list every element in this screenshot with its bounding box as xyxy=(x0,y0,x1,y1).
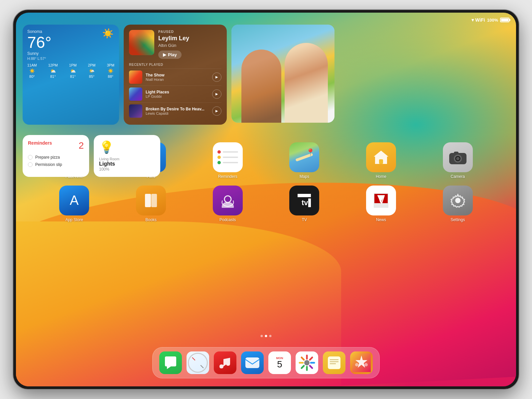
recent-track-1[interactable]: The Show Niall Horan ▶ xyxy=(129,68,221,85)
music-artist: Altın Gün xyxy=(158,43,221,48)
lightbulb-icon: 💡 xyxy=(99,140,155,154)
app-home[interactable]: Home xyxy=(366,142,396,179)
track-info-2: Light Places LP Giobbi xyxy=(146,90,209,98)
weather-condition: Sunny xyxy=(27,51,114,56)
music-widget[interactable]: ♪ PAUSED Leylim Ley Altın Gün ▶ Play xyxy=(124,25,227,125)
camera-label: Camera xyxy=(451,174,465,179)
appstore-label: App Store xyxy=(66,217,83,222)
weather-widget[interactable]: ☀️ Sonoma 76° Sunny H:88° L:57° 11AM ☀️ … xyxy=(23,25,119,125)
books-icon xyxy=(136,186,166,215)
app-books[interactable]: Books xyxy=(136,186,166,222)
music-info: PAUSED Leylim Ley Altın Gün ▶ Play xyxy=(158,30,221,59)
app-maps[interactable]: 📍 Maps xyxy=(289,142,319,179)
app-settings[interactable]: Settings xyxy=(443,186,473,222)
svg-rect-8 xyxy=(454,152,459,154)
recent-track-3[interactable]: Broken By Desire To Be Heav... Lewis Cap… xyxy=(129,102,221,119)
maps-label: Maps xyxy=(300,174,309,179)
svg-point-7 xyxy=(456,157,460,160)
page-dot-1[interactable] xyxy=(261,335,263,337)
page-dot-2[interactable] xyxy=(265,335,267,337)
svg-rect-27 xyxy=(328,356,340,369)
track-name-1: The Show xyxy=(146,73,209,77)
svg-line-23 xyxy=(302,357,304,360)
app-camera[interactable]: Camera xyxy=(443,142,473,179)
weather-location: Sonoma xyxy=(27,29,114,34)
track-info-1: The Show Niall Horan xyxy=(146,73,209,81)
news-icon xyxy=(366,186,396,215)
photos-widget[interactable] xyxy=(231,25,334,123)
device-frame: ▾ WiFi 100% ☀️ Sonoma 76° Sunny H:88° L:… xyxy=(13,10,519,389)
weather-hi-lo: H:88° L:57° xyxy=(27,57,114,61)
track-artist-2: LP Giobbi xyxy=(146,94,209,98)
camera-icon xyxy=(443,142,473,172)
dock-app-photos[interactable] xyxy=(296,351,318,374)
photo-person-1 xyxy=(241,50,281,123)
dock-app-mail[interactable] xyxy=(241,351,264,374)
svg-point-34 xyxy=(355,363,358,366)
dock-app-notes[interactable] xyxy=(323,351,345,374)
app-podcasts[interactable]: Podcasts xyxy=(213,186,243,222)
wifi-icon: ▾ WiFi xyxy=(471,17,485,23)
status-bar: ▾ WiFi 100% xyxy=(16,13,516,25)
play-button[interactable]: ▶ Play xyxy=(158,51,182,59)
calendar-date: 5 xyxy=(277,360,282,369)
tv-icon: tv xyxy=(289,186,319,215)
forecast-cloud-icon: ⛅ xyxy=(70,68,76,73)
track-info-3: Broken By Desire To Be Heav... Lewis Cap… xyxy=(146,107,209,115)
settings-label: Settings xyxy=(451,217,465,222)
widgets-row2: Reminders 2 Prepare pizza Permission sli… xyxy=(23,135,160,177)
track-name-2: Light Places xyxy=(146,90,209,94)
dock-app-calendar[interactable]: MON 5 xyxy=(268,351,291,374)
dock-app-messages[interactable] xyxy=(159,351,182,374)
forecast-item: 3PM ☀️ 88° xyxy=(107,63,114,78)
app-news[interactable]: News xyxy=(366,186,396,222)
maps-icon: 📍 xyxy=(289,142,319,172)
track-thumbnail-2 xyxy=(129,87,142,101)
svg-rect-11 xyxy=(151,194,157,207)
track-artist-1: Niall Horan xyxy=(146,77,209,81)
recently-played-label: RECENTLY PLAYED xyxy=(129,63,221,66)
reminders-header: Reminders 2 xyxy=(28,140,84,151)
reminder-item-2: Permission slip xyxy=(28,161,84,168)
reminders-title: Reminders xyxy=(28,140,52,146)
svg-line-24 xyxy=(310,366,312,368)
forecast-item: 12PM ⛅ 81° xyxy=(48,63,58,78)
forecast-cloud-icon: ⛅ xyxy=(50,68,56,73)
page-dot-3[interactable] xyxy=(269,335,272,337)
homekit-widget[interactable]: 💡 Living Room Lights 100% xyxy=(94,135,160,177)
homekit-location: Living Room xyxy=(99,157,155,161)
svg-point-12 xyxy=(224,196,231,202)
recent-track-2[interactable]: Light Places LP Giobbi ▶ xyxy=(129,85,221,102)
svg-point-33 xyxy=(364,363,368,366)
home-icon xyxy=(366,142,396,172)
news-label: News xyxy=(376,217,386,222)
track-thumbnail-1 xyxy=(129,70,142,84)
podcasts-label: Podcasts xyxy=(219,217,236,222)
reminders-icon xyxy=(213,142,243,172)
play-circle-1[interactable]: ▶ xyxy=(212,72,221,82)
app-appstore[interactable]: A App Store xyxy=(59,186,89,222)
appstore-icon: A xyxy=(59,186,89,215)
app-reminders[interactable]: Reminders xyxy=(213,142,243,179)
weather-temp: 76° xyxy=(27,35,114,51)
music-status: PAUSED xyxy=(158,30,221,34)
dock-app-arcade[interactable] xyxy=(350,351,373,374)
app-tv[interactable]: tv TV xyxy=(289,186,319,222)
dock-app-music[interactable] xyxy=(214,351,236,374)
album-art xyxy=(129,30,154,55)
battery-fill xyxy=(501,19,508,21)
svg-rect-3 xyxy=(379,159,383,164)
svg-line-26 xyxy=(302,366,304,368)
reminders-count: 2 xyxy=(78,140,84,151)
dock-app-safari[interactable] xyxy=(187,351,209,374)
home-label: Home xyxy=(376,174,386,179)
svg-line-25 xyxy=(310,357,312,360)
track-artist-3: Lewis Capaldi xyxy=(146,111,209,115)
reminders-widget[interactable]: Reminders 2 Prepare pizza Permission sli… xyxy=(23,135,89,177)
album-art-inner xyxy=(129,30,154,55)
play-circle-2[interactable]: ▶ xyxy=(212,89,221,99)
play-circle-3[interactable]: ▶ xyxy=(212,106,221,116)
track-name-3: Broken By Desire To Be Heav... xyxy=(146,107,209,111)
apps-row-2: A App Store Books Podcasts xyxy=(29,186,503,222)
music-header: PAUSED Leylim Ley Altın Gün ▶ Play xyxy=(129,30,221,59)
